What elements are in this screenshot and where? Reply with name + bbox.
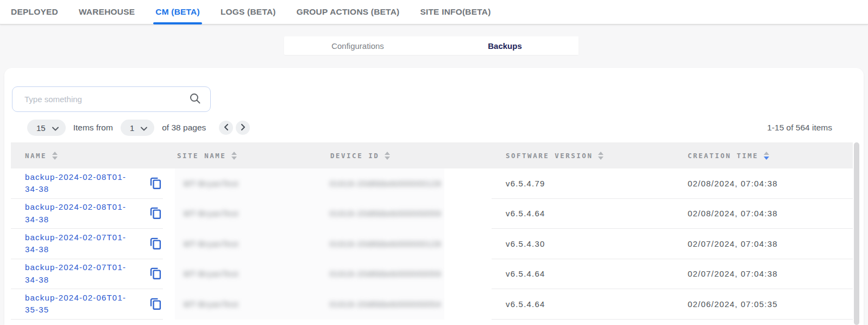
site-name-blurred: MT-BryanTest xyxy=(184,270,238,278)
column-label: NAME xyxy=(25,152,47,160)
chevron-left-icon xyxy=(224,124,229,132)
pagination-controls: 15 Items from 1 of 38 pages xyxy=(27,120,250,136)
device-id-blurred: 01616-20d6bbeb000000059 xyxy=(330,270,441,278)
column-label: SOFTWARE VERSION xyxy=(506,152,593,160)
creation-time-cell: 02/07/2024, 07:04:38 xyxy=(674,259,853,290)
column-header-creation-time[interactable]: CREATION TIME xyxy=(674,152,853,160)
copy-icon[interactable] xyxy=(148,176,163,191)
sort-arrows-icon[interactable] xyxy=(764,152,769,160)
segment-backups[interactable]: Backups xyxy=(431,36,578,55)
creation-time-cell: 02/07/2024, 07:04:38 xyxy=(674,229,853,259)
sort-arrows-icon[interactable] xyxy=(231,152,237,160)
sort-arrows-icon[interactable] xyxy=(385,152,390,160)
software-version-cell: v6.5.4.64 xyxy=(492,289,674,320)
items-range-label: 1-15 of 564 items xyxy=(767,120,832,136)
chevron-down-icon xyxy=(141,123,147,133)
name-cell: backup-2024-02-08T01-34-38 xyxy=(11,199,163,229)
column-header-name[interactable]: NAME xyxy=(11,152,163,160)
software-version-cell: v6.5.4.30 xyxy=(492,229,674,259)
name-cell: backup-2024-02-07T01-34-38 xyxy=(11,229,163,259)
items-from-label: Items from xyxy=(73,123,113,133)
column-header-software-version[interactable]: SOFTWARE VERSION xyxy=(492,152,674,160)
redacted-row: MT-BryanTest01616-20d6bbeb000000059 xyxy=(175,259,444,290)
site-name-blurred: MT-BryanTest xyxy=(184,240,238,248)
site-name-blurred: MT-BryanTest xyxy=(184,179,238,188)
chevron-right-icon xyxy=(241,124,246,132)
configurations-backups-toggle: ConfigurationsBackups xyxy=(284,36,578,55)
software-version-cell: v6.5.4.79 xyxy=(492,168,674,199)
redacted-row: MT-BryanTest01616-20d6bbeb000000128 xyxy=(175,168,444,199)
page-size-select[interactable]: 15 xyxy=(27,120,66,136)
backup-name-link[interactable]: backup-2024-02-06T01-35-35 xyxy=(25,292,140,316)
site-name-blurred: MT-BryanTest xyxy=(184,300,238,309)
tab-site-info-beta-[interactable]: SITE INFO(BETA) xyxy=(420,0,490,24)
copy-icon[interactable] xyxy=(148,297,163,311)
column-label: CREATION TIME xyxy=(688,152,758,160)
backup-name-link[interactable]: backup-2024-02-08T01-34-38 xyxy=(25,201,140,226)
name-cell: backup-2024-02-07T01-34-38 xyxy=(11,259,163,290)
next-page-button[interactable] xyxy=(236,121,250,135)
column-header-device-id[interactable]: DEVICE ID xyxy=(316,152,492,160)
creation-time-cell: 02/08/2024, 07:04:38 xyxy=(674,168,853,199)
sort-arrows-icon[interactable] xyxy=(598,152,603,160)
device-id-blurred: 01616-20d6bbeb000000054 xyxy=(330,300,441,309)
table-header: NAMESITE NAMEDEVICE IDSOFTWARE VERSIONCR… xyxy=(11,142,853,168)
sort-arrows-icon[interactable] xyxy=(52,152,58,160)
prev-page-button[interactable] xyxy=(219,121,233,135)
site-name-blurred: MT-BryanTest xyxy=(184,209,238,218)
redacted-row: MT-BryanTest01616-20d6bbeb000000054 xyxy=(175,289,444,320)
device-id-blurred: 01616-20d6bbeb000000059 xyxy=(330,209,441,218)
copy-icon[interactable] xyxy=(148,206,163,221)
page-value: 1 xyxy=(130,123,134,133)
vertical-scrollbar[interactable] xyxy=(854,142,859,325)
search-box[interactable] xyxy=(12,86,211,112)
redacted-row: MT-BryanTest01616-20d6bbeb000000059 xyxy=(175,199,444,229)
device-id-blurred: 01616-20d6bbeb000000128 xyxy=(330,179,441,188)
creation-time-cell: 02/08/2024, 07:04:38 xyxy=(674,199,853,229)
tab-deployed[interactable]: DEPLOYED xyxy=(11,0,58,24)
name-cell: backup-2024-02-08T01-34-38 xyxy=(11,168,163,199)
pages-count-label: of 38 pages xyxy=(162,123,206,133)
page-select[interactable]: 1 xyxy=(121,120,154,136)
name-cell: backup-2024-02-06T01-35-35 xyxy=(11,289,163,320)
redacted-row: MT-BryanTest01616-20d6bbeb000000128 xyxy=(175,229,444,259)
backup-name-link[interactable]: backup-2024-02-08T01-34-38 xyxy=(25,171,140,196)
tab-group-actions-beta-[interactable]: GROUP ACTIONS (BETA) xyxy=(297,0,400,24)
page-size-value: 15 xyxy=(36,123,46,133)
software-version-cell: v6.5.4.64 xyxy=(492,199,674,229)
tab-logs-beta-[interactable]: LOGS (BETA) xyxy=(221,0,276,24)
device-id-blurred: 01616-20d6bbeb000000128 xyxy=(330,240,441,248)
search-input[interactable] xyxy=(24,95,188,104)
column-label: SITE NAME xyxy=(177,152,226,160)
creation-time-cell: 02/06/2024, 07:05:35 xyxy=(674,289,853,320)
backup-name-link[interactable]: backup-2024-02-07T01-34-38 xyxy=(25,232,140,256)
backups-panel: 15 Items from 1 of 38 pages xyxy=(4,68,864,325)
tab-warehouse[interactable]: WAREHOUSE xyxy=(79,0,135,24)
segment-configurations[interactable]: Configurations xyxy=(284,36,431,55)
tab-cm-beta-[interactable]: CM (BETA) xyxy=(155,0,200,24)
column-label: DEVICE ID xyxy=(330,152,379,160)
top-tab-bar: DEPLOYEDWAREHOUSECM (BETA)LOGS (BETA)GRO… xyxy=(0,0,868,24)
redacted-columns-overlay: MT-BryanTest01616-20d6bbeb000000128MT-Br… xyxy=(175,168,444,320)
column-header-site-name[interactable]: SITE NAME xyxy=(163,152,316,160)
backup-name-link[interactable]: backup-2024-02-07T01-34-38 xyxy=(25,261,140,286)
copy-icon[interactable] xyxy=(148,236,163,251)
software-version-cell: v6.5.4.64 xyxy=(492,259,674,290)
copy-icon[interactable] xyxy=(148,266,163,281)
chevron-down-icon xyxy=(52,123,59,133)
search-icon[interactable] xyxy=(188,92,202,107)
